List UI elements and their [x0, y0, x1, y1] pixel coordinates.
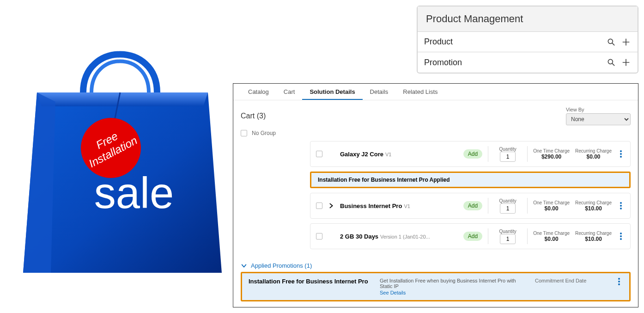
- tab-related-lists[interactable]: Related Lists: [395, 84, 445, 100]
- expand-icon[interactable]: [328, 203, 334, 209]
- no-group-label: No Group: [252, 130, 276, 136]
- one-time-col: One Time Charge $0.00: [533, 200, 570, 212]
- plus-icon[interactable]: [621, 37, 631, 47]
- cart-item: 2 GB 30 DaysVersion 1 (Jan01-20... Add Q…: [310, 223, 631, 249]
- product-management-title: Product Management: [418, 6, 638, 32]
- commitment-end-date-label: Commitment End Date: [535, 278, 604, 283]
- view-by: View By None: [566, 107, 631, 125]
- promotion-desc: Get Installation Free when buying Busine…: [380, 278, 524, 295]
- search-icon[interactable]: [606, 37, 616, 47]
- item-menu-icon[interactable]: [617, 233, 625, 240]
- tab-details[interactable]: Details: [363, 84, 396, 100]
- one-time-col: One Time Charge $290.00: [533, 148, 570, 160]
- quantity-input[interactable]: [500, 152, 516, 162]
- cart-item: Galaxy J2 CoreV1 Add Quantity One Time C…: [310, 141, 631, 167]
- add-button[interactable]: Add: [463, 232, 482, 241]
- item-checkbox[interactable]: [316, 233, 322, 239]
- item-name: Galaxy J2 CoreV1: [340, 151, 458, 158]
- expand-placeholder: [328, 233, 334, 239]
- promo-applied-banner: Installation Free for Business Internet …: [310, 172, 631, 188]
- cart-title: Cart (3): [241, 112, 266, 120]
- promotion-name: Installation Free for Business Internet …: [249, 278, 369, 285]
- no-group-checkbox[interactable]: [241, 130, 247, 136]
- item-checkbox[interactable]: [316, 151, 322, 157]
- sale-text: sale: [94, 169, 174, 217]
- tab-solution-details[interactable]: Solution Details: [302, 84, 362, 100]
- plus-icon[interactable]: [621, 57, 631, 68]
- search-icon[interactable]: [606, 57, 616, 68]
- add-button[interactable]: Add: [463, 201, 482, 210]
- sale-bag-illustration: Free Installation sale: [9, 14, 231, 291]
- svg-line-3: [612, 43, 614, 45]
- quantity-input[interactable]: [500, 234, 516, 244]
- applied-promotions-toggle[interactable]: Applied Promotions (1): [241, 259, 631, 272]
- item-name: Business Internet ProV1: [340, 203, 458, 209]
- promotion-card: Installation Free for Business Internet …: [241, 272, 631, 301]
- item-menu-icon[interactable]: [617, 150, 625, 158]
- promotion-menu-icon[interactable]: [615, 278, 623, 285]
- item-checkbox[interactable]: [316, 203, 322, 209]
- view-by-select[interactable]: None: [566, 113, 631, 125]
- recurring-col: Recurring Charge $10.00: [575, 200, 612, 212]
- item-name: 2 GB 30 DaysVersion 1 (Jan01-20...: [340, 233, 458, 240]
- tabs: Catalog Cart Solution Details Details Re…: [233, 84, 638, 100]
- expand-placeholder: [328, 151, 334, 157]
- tab-catalog[interactable]: Catalog: [241, 84, 276, 100]
- one-time-col: One Time Charge $0.00: [533, 231, 570, 242]
- cart-items: Galaxy J2 CoreV1 Add Quantity One Time C…: [303, 141, 638, 257]
- pm-promotion-label: Promotion: [424, 58, 601, 68]
- quantity-col: Quantity: [494, 229, 522, 244]
- recurring-col: Recurring Charge $10.00: [575, 231, 612, 242]
- svg-line-7: [612, 63, 614, 66]
- cart-item: Business Internet ProV1 Add Quantity One…: [310, 193, 631, 219]
- see-details-link[interactable]: See Details: [380, 290, 524, 295]
- view-by-label: View By: [566, 107, 584, 112]
- recurring-col: Recurring Charge $0.00: [575, 148, 612, 160]
- tab-cart[interactable]: Cart: [276, 84, 303, 100]
- quantity-col: Quantity: [494, 147, 522, 162]
- product-management-panel: Product Management Product Promotion: [417, 6, 638, 74]
- cart-panel: Catalog Cart Solution Details Details Re…: [233, 83, 638, 307]
- applied-promotions-label: Applied Promotions (1): [251, 262, 312, 269]
- pm-row-product: Product: [418, 32, 638, 52]
- no-group-row: No Group: [233, 128, 638, 141]
- quantity-col: Quantity: [494, 198, 522, 214]
- item-menu-icon[interactable]: [617, 202, 625, 209]
- pm-product-label: Product: [424, 37, 601, 47]
- add-button[interactable]: Add: [463, 149, 482, 159]
- quantity-input[interactable]: [500, 203, 516, 214]
- pm-row-promotion: Promotion: [418, 52, 638, 73]
